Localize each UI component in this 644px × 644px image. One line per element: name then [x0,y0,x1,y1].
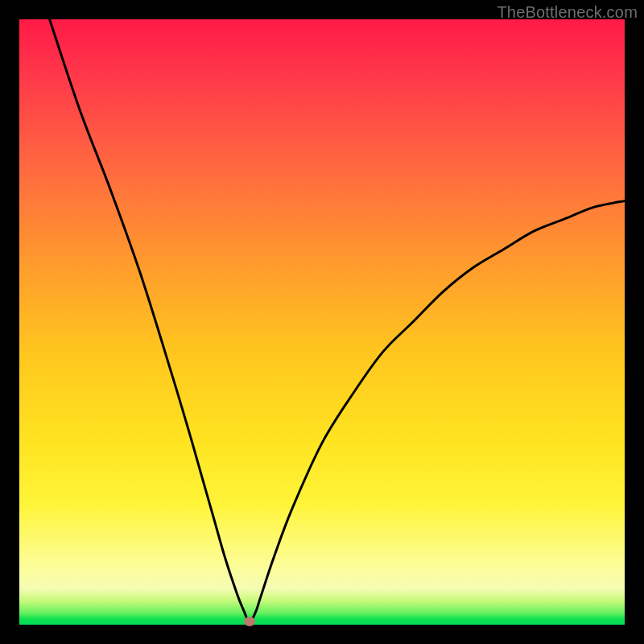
chart-frame: TheBottleneck.com [0,0,644,644]
minimum-marker [244,617,255,626]
plot-area [19,19,625,625]
bottleneck-curve [19,19,625,625]
